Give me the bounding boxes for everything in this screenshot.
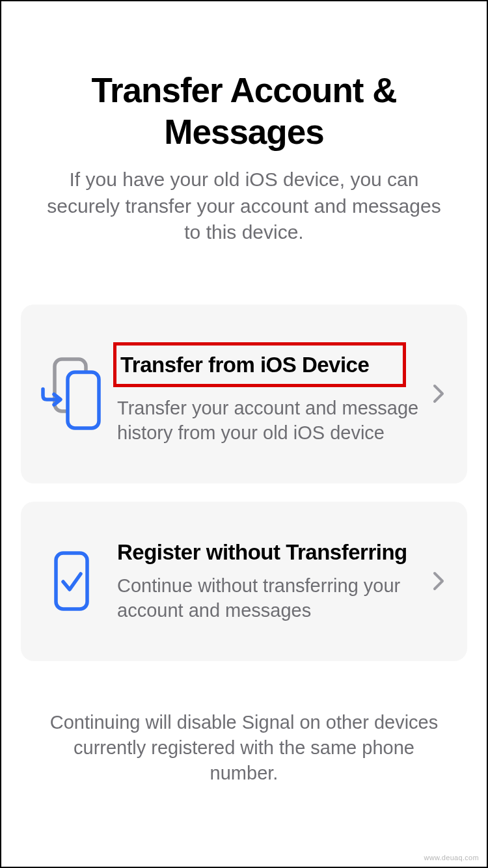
option-transfer-title: Transfer from iOS Device [113,342,406,388]
option-transfer-from-ios[interactable]: Transfer from iOS Device Transfer your a… [21,305,467,483]
watermark-text: www.deuaq.com [424,854,479,861]
options-list: Transfer from iOS Device Transfer your a… [21,305,467,661]
svg-rect-2 [56,553,87,609]
option-register-title: Register without Transferring [117,539,422,565]
page-title: Transfer Account & Messages [21,70,467,152]
phone-check-icon [39,544,117,618]
footer-note: Continuing will disable Signal on other … [21,710,467,786]
option-transfer-description: Transfer your account and message histor… [117,396,422,445]
page-subtitle: If you have your old iOS device, you can… [21,167,467,246]
chevron-right-icon [428,571,449,591]
option-register-without-transfer[interactable]: Register without Transferring Continue w… [21,502,467,661]
chevron-right-icon [428,384,449,403]
option-register-description: Continue without transferring your accou… [117,574,422,623]
svg-rect-1 [68,372,99,428]
transfer-devices-icon [39,357,117,431]
